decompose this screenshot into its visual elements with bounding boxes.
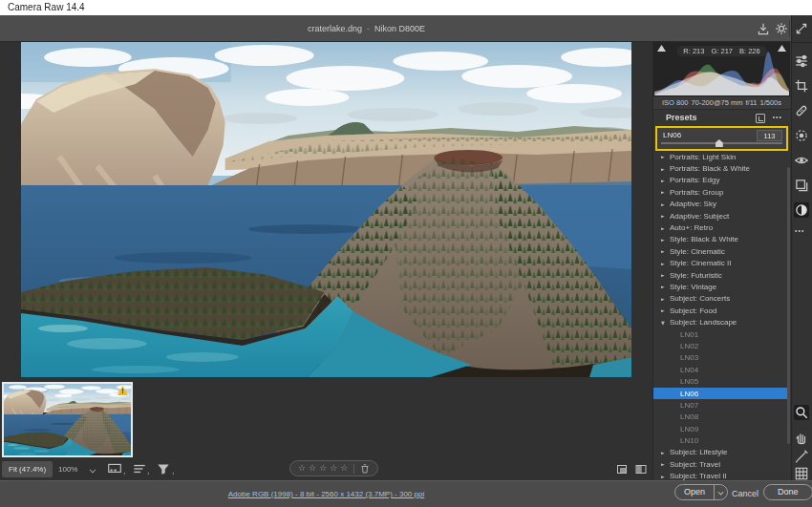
preset-group-row[interactable]: ►Adaptive: Sky [653,199,790,210]
done-button[interactable]: Done [763,484,812,500]
zoom-100-button[interactable]: 100% [53,461,82,477]
triangle-collapsed-icon[interactable]: ► [661,189,670,195]
capture-info: ISO 800 70-200@75 mm f/11 1/500s [653,96,790,110]
preset-item-row[interactable]: LN04 [653,364,790,375]
zoom-tool-icon[interactable] [794,405,809,420]
settings-gear-icon[interactable] [774,21,789,36]
preset-item-row[interactable]: LN05 [653,375,790,387]
filter-menu-comma[interactable]: , [172,466,175,475]
star-icon[interactable]: ☆ [309,461,316,475]
sort-menu-comma[interactable]: , [147,466,150,475]
preset-group-row[interactable]: ►Portraits: Black & White [653,162,790,174]
triangle-collapsed-icon[interactable]: ► [661,450,670,455]
shutter-value: 1/500s [759,98,781,107]
preset-item-row[interactable]: LN01 [653,328,790,340]
preset-item-row[interactable]: LN09 [653,423,790,434]
preset-item-row[interactable]: LN03 [653,352,790,364]
preset-item-row[interactable]: LN08 [653,412,790,423]
triangle-collapsed-icon[interactable]: ► [661,284,670,289]
star-icon[interactable]: ☆ [340,461,348,475]
preset-group-row[interactable]: ►Subject: Concerts [653,293,790,305]
presets-header: Presets ••• [653,110,790,126]
preset-group-row[interactable]: ►Portraits: Light Skin [653,151,790,162]
triangle-collapsed-icon[interactable]: ► [661,272,670,278]
triangle-collapsed-icon[interactable]: ► [661,461,670,467]
preset-group-row[interactable]: ►Subject: Travel II [653,471,790,480]
preset-label: Auto+: Retro [670,223,713,232]
single-view-icon[interactable] [615,463,630,476]
grid-overlay-icon[interactable] [794,466,809,481]
preset-group-row[interactable]: ►Adaptive: Subject [653,210,790,222]
filmstrip-toggle-icon[interactable] [107,462,124,477]
preset-group-row[interactable]: ▼Subject: Landscape [653,316,790,327]
before-after-view-icon[interactable] [634,463,650,476]
star-icon[interactable]: ☆ [298,461,306,475]
triangle-expanded-icon[interactable]: ▼ [661,320,670,326]
triangle-collapsed-icon[interactable]: ► [661,178,670,183]
triangle-collapsed-icon[interactable]: ► [661,154,670,159]
triangle-collapsed-icon[interactable]: ► [661,225,670,231]
triangle-collapsed-icon[interactable]: ► [661,261,670,266]
preset-label: Adaptive: Sky [670,200,716,208]
preset-group-row[interactable]: ►Subject: Food [653,305,790,316]
crop-tool-icon[interactable] [794,78,809,94]
save-image-icon[interactable] [756,21,771,36]
trash-icon[interactable] [360,463,370,474]
star-icon[interactable]: ☆ [330,461,337,475]
zoom-level-chevron-icon[interactable] [90,467,96,473]
star-rating: ☆☆☆☆☆ [298,461,348,475]
preset-label: LN04 [680,366,698,374]
slider-thumb-icon[interactable] [716,139,723,147]
triangle-collapsed-icon[interactable]: ► [661,201,670,207]
triangle-collapsed-icon[interactable]: ► [661,166,670,172]
preset-group-row[interactable]: ►Subject: Lifestyle [653,447,790,458]
open-button[interactable]: Open [674,484,728,500]
preset-group-row[interactable]: ►Style: Cinematic II [653,258,790,269]
filmstrip-thumbnail[interactable]: ! [2,382,133,457]
presets-tool-icon[interactable] [794,202,809,218]
preset-item-row[interactable]: LN02 [653,340,790,351]
cancel-button[interactable]: Cancel [728,486,762,502]
preset-label: LN07 [680,401,698,410]
edit-tool-icon[interactable] [794,53,809,69]
triangle-collapsed-icon[interactable]: ► [661,213,670,219]
fit-zoom-button[interactable]: Fit (47.4%) [2,461,53,477]
star-icon[interactable]: ☆ [319,461,327,475]
preset-group-row[interactable]: ►Style: Cinematic [653,245,790,257]
preset-group-row[interactable]: ►Portraits: Group [653,186,790,198]
hand-tool-icon[interactable] [794,430,809,445]
preset-label: LN08 [680,412,698,421]
filmstrip-menu-comma[interactable]: , [123,466,126,475]
filter-icon[interactable] [156,462,173,477]
masking-tool-icon[interactable] [794,128,809,143]
preset-item-row[interactable]: LN07 [653,399,790,411]
preset-item-row[interactable]: LN06 [653,388,790,399]
presets-more-icon[interactable]: ••• [773,114,782,120]
red-eye-tool-icon[interactable] [794,153,809,168]
preset-item-row[interactable]: LN10 [653,434,790,446]
preset-group-row[interactable]: ►Style: Vintage [653,281,790,292]
healing-tool-icon[interactable] [794,103,809,118]
triangle-collapsed-icon[interactable]: ► [661,296,670,302]
main-photo[interactable] [21,42,631,377]
preset-group-row[interactable]: ►Portraits: Edgy [653,175,790,186]
preset-label: Subject: Food [670,306,716,315]
triangle-collapsed-icon[interactable]: ► [661,474,670,479]
document-header: craterlake.dng-Nikon D800E [0,15,812,42]
preset-amount-value[interactable]: 113 [757,130,782,141]
triangle-collapsed-icon[interactable]: ► [661,237,670,243]
presets-scrollbar[interactable] [787,167,790,444]
preset-group-row[interactable]: ►Auto+: Retro [653,222,790,233]
workflow-options-link[interactable]: Adobe RGB (1998) - 8 bit - 2560 x 1432 (… [0,490,652,498]
preset-group-row[interactable]: ►Subject: Travel [653,458,790,470]
preset-group-row[interactable]: ►Style: Futuristic [653,269,790,281]
create-preset-icon[interactable] [756,114,765,123]
snapshots-tool-icon[interactable] [794,178,809,193]
triangle-collapsed-icon[interactable]: ► [661,248,670,254]
sampler-tool-icon[interactable] [794,449,809,464]
open-options-chevron-icon[interactable] [714,485,727,499]
preset-group-row[interactable]: ►Style: Black & White [653,234,790,245]
toggle-fullscreen-icon[interactable] [794,21,809,36]
triangle-collapsed-icon[interactable]: ► [661,307,670,313]
rail-more-icon[interactable]: ••• [795,227,804,234]
